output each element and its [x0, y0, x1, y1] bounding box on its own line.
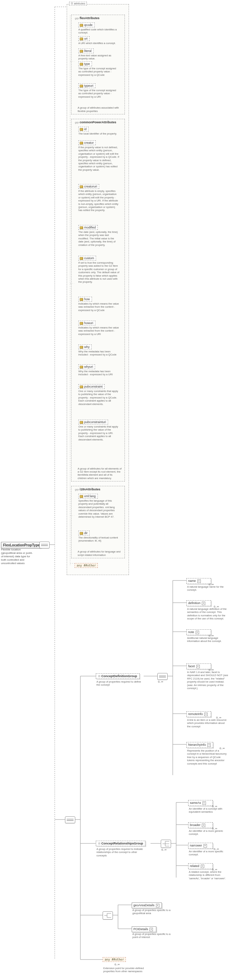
leaf-hierarchyInfo: hierarchyInfo+ — [186, 742, 213, 748]
attr-xml-lang: xml:langSpecifies the language of this p… — [78, 494, 119, 518]
attr-how: howIndicates by which means the value wa… — [78, 297, 119, 312]
attributes-tab-label: attributes — [69, 2, 87, 5]
group-commonPowerAttributes: commonPowerAttributes idThe local identi… — [71, 119, 125, 482]
leaf-POIDetails-desc: A group of properties specific to a poin… — [133, 932, 173, 939]
root-type-desc: Flexible location (geopolitical area or … — [1, 548, 35, 565]
any-other-element-label: any ##other — [105, 958, 124, 961]
group-i18nAttributes: i18nAttributes xml:langSpecifies the lan… — [71, 486, 125, 558]
attr-creator: creatorIf the property value is not defi… — [78, 140, 119, 172]
attr-custom: customIf set to true the corresponding p… — [78, 256, 119, 284]
leaf-note: note+ — [186, 629, 211, 635]
concept-def-group-desc: A group of properties required to define… — [96, 680, 144, 687]
leaf-related-desc: A related concept, where the relationshi… — [189, 870, 230, 880]
attr-dir: dirThe directionality of textual content… — [78, 531, 119, 542]
i18n-group-desc: A group of attributes for language and s… — [78, 550, 122, 557]
any-other-occ: 0..∞ — [115, 963, 120, 966]
attr-pubconstrainturi: pubconstrainturiOne or many constraints … — [78, 420, 119, 441]
leaf-remoteInfo-desc: A link to an item or a web resource whic… — [187, 718, 228, 728]
leaf-facet: facet+ — [186, 663, 211, 669]
concept-def-group-box: ⊟ ConceptDefinitionGroup — [96, 673, 139, 679]
diagram-canvas: FlexLocationPropType Flexible location (… — [0, 0, 235, 980]
concept-rel-group-desc: A group of properties required to indica… — [96, 848, 144, 857]
group-attributes: attributes flexAttributes qcodeA qualifi… — [67, 4, 129, 575]
attr-why: whyWhy the metadata has been included - … — [78, 345, 119, 356]
leaf-related: related+ — [188, 863, 213, 869]
concept-def-occ: 0..∞ — [158, 680, 163, 683]
concept-def-group-name: ConceptDefinitionGroup — [101, 675, 137, 678]
leaf-sameAs: sameAs+ — [188, 800, 213, 806]
leaf-definition: definition+ — [186, 600, 211, 606]
leaf-narrower-desc: An identifier of a more specific concept… — [189, 850, 230, 856]
leaf-name: name+ — [186, 578, 211, 584]
attr-any-other: any ##other — [75, 563, 98, 568]
common-group-desc: A group of attributes for all elements o… — [78, 467, 122, 480]
attr-literal: literalA free-text value assigned as pro… — [78, 48, 119, 60]
i18n-header: i18nAttributes — [75, 488, 100, 491]
root-type-box: FlexLocationPropType — [1, 542, 42, 548]
attr-id: idThe local identifier of the property. — [78, 127, 117, 135]
content-sequence-icon — [65, 816, 75, 823]
leaf-POIDetails: POIDetails+ — [132, 926, 156, 932]
leaf-definition-desc: A natural language definition of the sem… — [187, 608, 228, 620]
attr-qcode: qcodeA qualified code which identifies a… — [78, 22, 119, 35]
main-sequence-icon — [39, 542, 50, 548]
attr-whyuri: whyuriWhy the metadata has been included… — [78, 364, 119, 376]
attr-uri: uriA URI which identifies a concept. — [78, 36, 116, 45]
attr-pubconstraint: pubconstraintOne or many constraints tha… — [78, 384, 119, 406]
attr-type: typeThe type of the concept assigned as … — [78, 62, 119, 76]
concept-rel-group-box: ⊟ ConceptRelationshipsGroup — [96, 841, 145, 846]
leaf-facet-desc: In NAR 1.8 and later, facet is deprecate… — [187, 671, 228, 690]
leaf-broader: broader+ — [188, 822, 213, 828]
attr-howuri: howuriIndicates by which means the value… — [78, 321, 119, 336]
any-other-label: any ##other — [77, 564, 96, 567]
attr-modified: modifiedThe date (and, optionally, the t… — [78, 225, 119, 247]
leaf-broader-desc: An identifier of a more generic concept. — [189, 829, 230, 836]
leaf-geoAreaDetails: geoAreaDetails+ — [132, 902, 162, 908]
special-choice-icon — [102, 912, 113, 920]
concept-rel-group-name: ConceptRelationshipsGroup — [101, 842, 143, 845]
flex-group-desc: A group of attributes associated with fl… — [78, 106, 122, 113]
flex-header: flexAttributes — [75, 16, 99, 20]
root-type-name: FlexLocationPropType — [3, 543, 40, 547]
element-any-other: any ##other — [102, 957, 126, 962]
attr-creatoruri: creatoruriIf the attribute is empty, spe… — [78, 184, 119, 212]
concept-rel-occ: 0..∞ — [161, 848, 166, 851]
group-flexAttributes: flexAttributes qcodeA qualified code whi… — [71, 15, 125, 115]
concept-def-sequence-icon — [157, 673, 168, 680]
leaf-geoAreaDetails-desc: A group of properties specific to a geop… — [133, 908, 173, 915]
any-other-element-desc: Extension point for provider-defined pro… — [103, 967, 144, 973]
concept-rel-choice-icon — [161, 840, 171, 848]
leaf-sameAs-desc: An identifier of a concept with equivale… — [189, 807, 230, 814]
leaf-remoteInfo: remoteInfo+ — [186, 711, 211, 717]
common-header: commonPowerAttributes — [75, 121, 116, 124]
attr-typeuri: typeuriThe type of the concept assigned … — [78, 83, 119, 98]
leaf-narrower: narrower+ — [188, 843, 213, 848]
leaf-note-desc: Additional natural language information … — [187, 636, 228, 643]
leaf-hierarchyInfo-desc: Represents the position of a concept in … — [187, 749, 228, 765]
leaf-name-desc: A natural language name for the concept. — [187, 585, 228, 592]
